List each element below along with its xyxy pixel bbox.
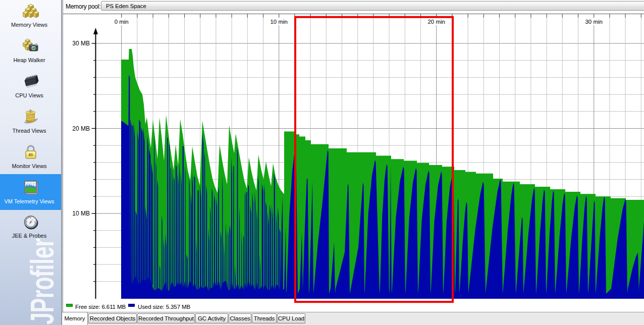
svg-text:30 min: 30 min [585,19,603,25]
svg-text:20 MB: 20 MB [72,125,90,132]
svg-text:10 MB: 10 MB [72,210,90,217]
svg-text:0 min: 0 min [115,19,129,25]
svg-text:10 min: 10 min [270,19,288,25]
svg-text:20 min: 20 min [427,19,445,25]
svg-text:30 MB: 30 MB [72,40,90,47]
